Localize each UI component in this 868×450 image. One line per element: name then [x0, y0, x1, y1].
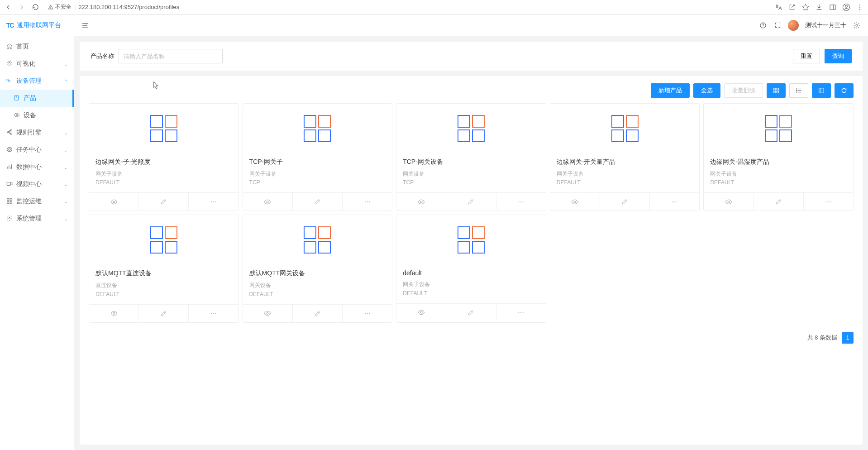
- svg-point-78: [519, 312, 520, 313]
- sidebar-item-9[interactable]: 监控运维⌄: [0, 193, 74, 210]
- column-settings-button[interactable]: [812, 83, 831, 98]
- edit-icon[interactable]: [293, 305, 343, 322]
- edit-icon[interactable]: [139, 193, 189, 211]
- svg-point-18: [9, 148, 11, 150]
- sidebar-item-7[interactable]: 数据中心⌄: [0, 158, 74, 176]
- product-card[interactable]: 默认MQTT直连设备直连设备DEFAULT: [89, 215, 239, 322]
- filter-card: 产品名称 重置 查询: [80, 42, 863, 71]
- view-icon[interactable]: [89, 305, 139, 322]
- menu-label: 设备: [24, 111, 36, 120]
- product-meta2: TCP: [403, 178, 539, 187]
- view-icon[interactable]: [243, 193, 293, 211]
- svg-point-67: [828, 201, 829, 202]
- view-icon[interactable]: [243, 305, 293, 322]
- brand[interactable]: TC 通用物联网平台: [0, 14, 74, 36]
- product-card[interactable]: 边缘网关-温湿度产品网关子设备DEFAULT: [703, 103, 854, 211]
- sidebar-item-4[interactable]: 设备: [0, 107, 74, 124]
- view-grid-button[interactable]: [767, 83, 786, 98]
- product-card[interactable]: 边缘网关-子-光照度网关子设备DEFAULT: [89, 103, 239, 211]
- sidebar-item-1[interactable]: 可视化⌄: [0, 55, 74, 72]
- svg-point-58: [519, 201, 520, 202]
- reset-button[interactable]: 重置: [793, 49, 820, 63]
- svg-point-79: [520, 312, 521, 313]
- view-icon[interactable]: [396, 193, 446, 211]
- view-icon[interactable]: [550, 193, 600, 211]
- more-icon[interactable]: [189, 305, 238, 322]
- menu-label: 数据中心: [16, 163, 42, 171]
- edit-icon[interactable]: [446, 304, 496, 321]
- product-card[interactable]: 默认MQTT网关设备网关设备DEFAULT: [243, 215, 393, 322]
- collapse-sidebar-button[interactable]: [81, 22, 89, 29]
- product-name-input[interactable]: [119, 49, 223, 63]
- sidebar-item-8[interactable]: 视频中心⌄: [0, 176, 74, 193]
- menu-icon: [6, 163, 13, 171]
- product-meta2: DEFAULT: [557, 178, 693, 187]
- more-icon[interactable]: [343, 193, 392, 211]
- more-icon[interactable]: [496, 304, 546, 321]
- svg-point-7: [859, 6, 860, 7]
- sidebar-item-0[interactable]: 首页: [0, 38, 74, 55]
- products-grid: 边缘网关-子-光照度网关子设备DEFAULTTCP-网关子网关子设备TCPTCP…: [89, 103, 854, 323]
- edit-icon[interactable]: [446, 193, 496, 211]
- kebab-icon[interactable]: [855, 3, 864, 12]
- select-all-button[interactable]: 全选: [693, 83, 720, 98]
- svg-point-77: [420, 311, 422, 313]
- product-card[interactable]: 边缘网关-开关量产品网关子设备DEFAULT: [550, 103, 700, 211]
- sidebar-item-5[interactable]: 规则引擎⌄: [0, 124, 74, 141]
- menu-label: 设备管理: [16, 77, 42, 85]
- menu-icon: [14, 112, 20, 120]
- sidebar-item-2[interactable]: 设备管理⌃: [0, 72, 74, 90]
- sidebar-item-3[interactable]: 产品: [0, 90, 74, 107]
- sidebar-item-6[interactable]: 任务中心⌄: [0, 141, 74, 158]
- more-icon[interactable]: [496, 193, 546, 211]
- product-card[interactable]: TCP-网关子网关子设备TCP: [243, 103, 393, 211]
- product-meta2: DEFAULT: [710, 178, 847, 187]
- help-icon[interactable]: [759, 21, 767, 29]
- nav-forward-button[interactable]: [17, 3, 26, 12]
- more-icon[interactable]: [804, 193, 853, 211]
- product-card[interactable]: TCP-网关设备网关设备TCP: [396, 103, 546, 211]
- share-icon[interactable]: [787, 3, 796, 12]
- download-icon[interactable]: [815, 3, 824, 12]
- star-icon[interactable]: [801, 3, 810, 12]
- batch-delete-button[interactable]: 批量删除: [724, 83, 763, 98]
- view-icon[interactable]: [704, 193, 754, 211]
- svg-point-56: [369, 201, 370, 202]
- more-icon[interactable]: [189, 193, 238, 211]
- pager-page-1[interactable]: 1: [842, 332, 854, 344]
- add-product-button[interactable]: 新增产品: [651, 83, 690, 98]
- edit-icon[interactable]: [139, 305, 189, 322]
- fullscreen-icon[interactable]: [773, 21, 782, 29]
- settings-icon[interactable]: [853, 21, 861, 29]
- product-meta1: 直连设备: [95, 281, 232, 290]
- view-icon[interactable]: [89, 193, 139, 211]
- search-button[interactable]: 查询: [825, 49, 852, 63]
- svg-point-64: [676, 201, 677, 202]
- svg-point-8: [859, 9, 860, 10]
- svg-point-70: [211, 313, 212, 314]
- svg-rect-37: [774, 88, 776, 90]
- more-icon[interactable]: [650, 193, 699, 211]
- svg-rect-27: [10, 198, 12, 200]
- menu-icon: [6, 181, 13, 188]
- product-thumb: [89, 104, 238, 153]
- avatar[interactable]: [788, 20, 799, 31]
- refresh-button[interactable]: [835, 83, 854, 98]
- nav-back-button[interactable]: [4, 3, 13, 12]
- view-icon[interactable]: [396, 304, 446, 321]
- profile-icon[interactable]: [842, 3, 851, 12]
- sidepanel-icon[interactable]: [828, 3, 837, 12]
- nav-reload-button[interactable]: [31, 3, 40, 12]
- url-bar[interactable]: 不安全 | 222.180.200.114:9527/product/profi…: [48, 3, 179, 11]
- edit-icon[interactable]: [293, 193, 343, 211]
- view-list-button[interactable]: [789, 83, 808, 98]
- sidebar-item-10[interactable]: 系统管理⌄: [0, 210, 74, 227]
- svg-point-72: [215, 313, 216, 314]
- edit-icon[interactable]: [600, 193, 650, 211]
- more-icon[interactable]: [343, 305, 392, 322]
- product-card[interactable]: default网关子设备DEFAULT: [396, 215, 546, 322]
- translate-icon[interactable]: [774, 3, 783, 12]
- menu-icon: [14, 95, 20, 102]
- product-meta1: 网关设备: [403, 170, 539, 178]
- edit-icon[interactable]: [754, 193, 804, 211]
